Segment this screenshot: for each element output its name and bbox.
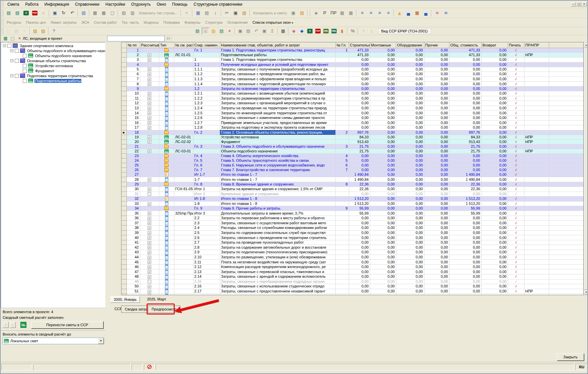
transfer-estimates-button[interactable]: Перенести сметы в ССР [31, 321, 103, 329]
formula-input[interactable] [107, 36, 165, 41]
table-row[interactable]: 17✓1.2.8Затраты на подготовку и эксперти… [121, 125, 583, 130]
row-selector[interactable] [121, 106, 127, 111]
column-header[interactable]: Общ. стоимость [449, 43, 481, 48]
cell-calculate[interactable]: ✓ [140, 57, 159, 63]
cell-calculate[interactable]: ✓ [140, 111, 159, 116]
refresh-icon[interactable]: ↻ [60, 9, 68, 17]
calculate-checkbox[interactable]: ✓ [148, 140, 151, 144]
project-structure-icon[interactable]: ▤ [194, 28, 201, 34]
cell-name[interactable]: Устройство котлована [220, 135, 335, 139]
row-selector[interactable] [121, 279, 127, 284]
column-header[interactable]: Строительные [349, 43, 370, 48]
cell-print[interactable]: √ [508, 177, 524, 182]
row-selector[interactable] [121, 250, 127, 255]
table-row[interactable]: 7✓1.1.3Затраты, связанные с оформлением … [121, 77, 583, 82]
table-row[interactable]: 37✓2.3Затраты, связанные с осуществление… [121, 221, 583, 226]
pdf-icon[interactable]: PDF [314, 28, 322, 34]
grid-green-icon[interactable]: ▦ [2, 35, 9, 41]
cell-calculate[interactable] [140, 167, 159, 172]
calculate-checkbox[interactable]: ✓ [148, 126, 151, 130]
cell-name[interactable]: Итого по главам 1 - 8 [220, 201, 335, 206]
row-selector[interactable] [121, 101, 127, 106]
cell-calculate[interactable]: ✓ [140, 67, 159, 72]
row-selector[interactable] [121, 269, 127, 274]
calculate-checkbox[interactable]: ✓ [148, 285, 151, 288]
table-row[interactable]: 31Итог 2Временные здания и сооружения.0,… [121, 192, 583, 197]
export-icon[interactable]: ◆ [298, 28, 306, 34]
cell-print[interactable]: √ [508, 106, 524, 111]
cell-print[interactable]: √ [508, 221, 524, 226]
cell-name[interactable]: Затраты, связанные с осуществлением рабо… [220, 221, 335, 226]
column-header[interactable]: № пп [127, 43, 140, 48]
cell-name[interactable]: Затраты, связанные с перебазированием по… [220, 279, 335, 284]
cell-name[interactable]: Затраты по освоению территории строитель… [220, 86, 335, 91]
calc-person-icon[interactable]: ▦ [194, 9, 202, 17]
cell-calculate[interactable]: ✓ [140, 96, 159, 101]
table-row[interactable]: 28✓1-7Итого по главам 1 - 71 490,840,000… [121, 177, 583, 182]
paste-icon[interactable]: ▤ [240, 9, 248, 17]
row-selector[interactable] [121, 115, 127, 120]
cell-calculate[interactable] [140, 130, 159, 135]
cell-print[interactable]: √ [508, 67, 524, 72]
calculate-checkbox[interactable]: ✓ [148, 270, 151, 274]
tree-item[interactable]: −Объекты подсобного и обслуживающего наз… [1, 48, 105, 53]
row-selector[interactable] [121, 240, 127, 245]
cell-print[interactable]: √ [508, 101, 524, 106]
calculate-checkbox[interactable]: ✓ [148, 265, 151, 269]
cell-print[interactable]: √ [508, 91, 524, 96]
cell-name[interactable]: Глава 6. Наружные сети и сооружения водо… [220, 163, 335, 167]
cell-calculate[interactable] [140, 62, 159, 67]
cell-print[interactable]: √ [508, 139, 524, 144]
table-row[interactable]: 30✓ГСН 81-05-0Итог 1Затраты на временные… [121, 186, 583, 192]
cell-name[interactable]: Затраты на временные здания и сооружения… [220, 186, 335, 192]
calculate-checkbox[interactable]: ✓ [148, 226, 151, 230]
move-down-icon[interactable]: ↓ [368, 28, 375, 34]
table-row[interactable]: 27ΣИт 1-7Итого по главам 1 - 71 490,840,… [121, 172, 583, 177]
cell-print[interactable]: √ [508, 53, 524, 57]
row-selector[interactable] [121, 82, 127, 87]
vertical-scrollbar[interactable]: ▲ ▼ [584, 42, 588, 295]
truck-icon[interactable]: ▄ [404, 9, 412, 17]
cell-name[interactable]: Затраты, связанные с арендой и содержани… [220, 274, 335, 279]
tree-expander-icon[interactable]: − [10, 59, 13, 62]
row-selector[interactable] [121, 230, 127, 235]
cell-print[interactable]: √ [508, 230, 524, 235]
row-selector[interactable] [121, 201, 127, 206]
calculate-checkbox[interactable]: ✓ [148, 241, 151, 245]
table-row[interactable]: 44✓2.10Затраты по размещению, утилизации… [121, 255, 583, 260]
calculate-checkbox[interactable]: ✓ [148, 260, 151, 264]
cell-calculate[interactable]: ✓ [140, 77, 159, 82]
column-header[interactable]: Печать [508, 43, 524, 48]
calculate-checkbox[interactable]: ✓ [148, 82, 151, 86]
table-row[interactable]: 38✓2.4Расходы, связанные со служебными к… [121, 226, 583, 231]
row-selector[interactable] [121, 221, 127, 226]
cell-print[interactable]: √ [508, 72, 524, 77]
totals-doc-icon[interactable]: Σ [269, 28, 276, 34]
calculate-checkbox[interactable]: ✓ [148, 111, 151, 115]
calculate-checkbox[interactable] [148, 192, 151, 196]
cell-print[interactable]: √ [508, 284, 524, 289]
tree-checkbox[interactable] [23, 54, 27, 58]
row-selector[interactable] [121, 167, 127, 172]
table-row[interactable]: 10✓1.2.1Затраты, связанные с возмещением… [121, 91, 583, 96]
cell-print[interactable]: √ [508, 192, 524, 197]
cell-print[interactable]: √ [508, 226, 524, 231]
move-up-button[interactable]: ↑ [3, 322, 9, 328]
cell-calculate[interactable]: ✓ [140, 230, 159, 235]
row-selector[interactable] [121, 86, 127, 91]
row-selector[interactable] [121, 274, 127, 279]
cell-name[interactable]: Итого по главам 1 - 8 [220, 197, 335, 202]
tree-checkbox[interactable] [23, 69, 27, 73]
tree-expander-icon[interactable]: − [3, 44, 6, 47]
table-row[interactable]: 19✓ЛС-02-01Устройство котлована84,330,00… [121, 135, 583, 139]
row-selector[interactable] [121, 62, 127, 67]
cell-calculate[interactable]: ✓ [140, 245, 159, 250]
cell-name[interactable]: Временные здания и сооружения. [220, 192, 335, 197]
layers-blue-icon[interactable]: ≋ [442, 9, 450, 17]
row-selector[interactable] [121, 67, 127, 72]
row-selector[interactable] [121, 245, 127, 250]
cell-print[interactable]: √ [508, 163, 524, 167]
btn-price-panel[interactable]: Панель цен [23, 19, 48, 25]
row-selector[interactable] [121, 211, 127, 216]
toolbar-grip[interactable] [2, 1, 3, 7]
